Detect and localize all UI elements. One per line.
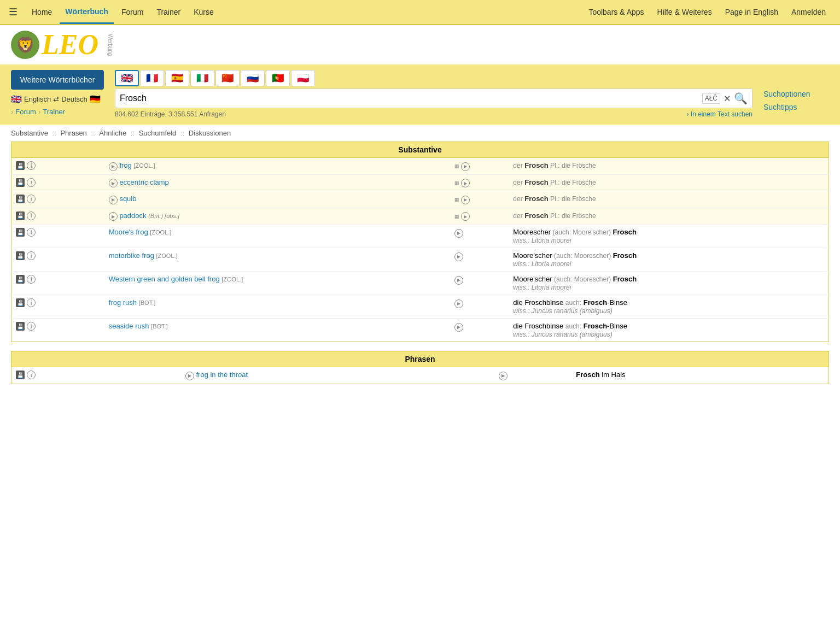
- en-word[interactable]: frog rush: [109, 298, 137, 307]
- save-icon[interactable]: 💾: [16, 322, 25, 331]
- in-text-link[interactable]: In einem Text suchen: [686, 110, 752, 118]
- flag-cn-btn[interactable]: 🇨🇳: [215, 70, 240, 86]
- de-play-icon[interactable]: ▶: [454, 229, 463, 238]
- nav-anmelden[interactable]: Anmelden: [786, 1, 831, 23]
- row-actions: 💾 i: [11, 319, 104, 342]
- en-word[interactable]: squib: [119, 195, 136, 203]
- de-wiss: wiss.: Litoria moorei: [513, 260, 571, 268]
- nav-page-english[interactable]: Page in English: [720, 1, 784, 23]
- info-icon[interactable]: i: [27, 211, 36, 220]
- table-row: 💾 i Western green and golden bell frog […: [11, 272, 829, 295]
- dict-selector-button[interactable]: Weitere Wörterbücher: [11, 70, 104, 90]
- info-icon[interactable]: i: [27, 161, 36, 170]
- logo-text[interactable]: LEO: [42, 31, 98, 59]
- save-icon[interactable]: 💾: [16, 161, 25, 170]
- flag-es-btn[interactable]: 🇪🇸: [165, 70, 189, 86]
- play-icon[interactable]: ▶: [109, 179, 118, 187]
- save-icon[interactable]: 💾: [16, 178, 25, 187]
- de-play-icon[interactable]: ▶: [454, 323, 463, 332]
- save-icon[interactable]: 💾: [16, 275, 25, 284]
- flag-de: 🇩🇪: [90, 94, 101, 104]
- alc-button[interactable]: AŁČ: [702, 93, 720, 104]
- flag-it-btn[interactable]: 🇮🇹: [190, 70, 214, 86]
- de-play-icon[interactable]: ▶: [461, 179, 470, 187]
- de-play-icon[interactable]: ▶: [461, 196, 470, 204]
- en-word[interactable]: Moore's frog: [109, 228, 148, 236]
- en-word[interactable]: motorbike frog: [109, 251, 154, 260]
- dict-trainer-link[interactable]: Trainer: [43, 108, 65, 116]
- de-word[interactable]: Frosch: [524, 195, 548, 203]
- nav-trainer[interactable]: Trainer: [151, 1, 186, 23]
- de-play-icon[interactable]: ▶: [461, 212, 470, 221]
- suchoptionen-link[interactable]: Suchoptionen: [763, 90, 829, 98]
- de-play-icon[interactable]: ▶: [499, 372, 508, 380]
- table-icon[interactable]: ▦: [454, 163, 459, 169]
- de-play-icon[interactable]: ▶: [454, 252, 463, 261]
- info-icon[interactable]: i: [27, 275, 36, 284]
- tab-suchumfeld[interactable]: Suchumfeld: [139, 129, 177, 137]
- info-icon[interactable]: i: [27, 298, 36, 307]
- tab-aehnliche[interactable]: Ähnliche: [99, 129, 126, 137]
- play-icon[interactable]: ▶: [109, 162, 118, 171]
- play-icon[interactable]: ▶: [109, 196, 118, 204]
- nav-home[interactable]: Home: [26, 1, 57, 23]
- info-icon[interactable]: i: [27, 228, 36, 237]
- de-play-icon[interactable]: ▶: [454, 299, 463, 308]
- info-icon[interactable]: i: [27, 251, 36, 260]
- info-icon[interactable]: i: [27, 322, 36, 331]
- table-icon[interactable]: ▦: [454, 180, 459, 186]
- clear-button[interactable]: ✕: [724, 93, 731, 104]
- table-row: 💾 i ▶ frog [ZOOL.]▦ ▶der Frosch Pl.: die…: [11, 158, 829, 175]
- table-row: 💾 i ▶ squib▦ ▶der Frosch Pl.: die Frösch…: [11, 191, 829, 208]
- info-icon[interactable]: i: [27, 195, 36, 203]
- de-cell: der Frosch Pl.: die Frösche: [509, 158, 829, 175]
- en-cell: ▶ frog [ZOOL.]: [104, 158, 450, 175]
- nav-woerterbuch[interactable]: Wörterbuch: [60, 1, 114, 24]
- de-bold: Frosch: [576, 371, 599, 379]
- save-icon[interactable]: 💾: [16, 228, 25, 237]
- table-icon[interactable]: ▦: [454, 214, 459, 219]
- search-input[interactable]: [120, 91, 699, 105]
- play-icon[interactable]: ▶: [185, 372, 194, 380]
- table-icon[interactable]: ▦: [454, 197, 459, 202]
- en-word[interactable]: paddock: [119, 211, 146, 220]
- nav-toolbars[interactable]: Toolbars & Apps: [583, 1, 649, 23]
- save-icon[interactable]: 💾: [16, 371, 25, 379]
- flag-fr-btn[interactable]: 🇫🇷: [140, 70, 164, 86]
- search-button[interactable]: 🔍: [734, 92, 748, 105]
- save-icon[interactable]: 💾: [16, 195, 25, 203]
- flag-pt-btn[interactable]: 🇵🇹: [266, 70, 290, 86]
- tab-substantive[interactable]: Substantive: [11, 129, 48, 137]
- save-icon[interactable]: 💾: [16, 211, 25, 220]
- hamburger-icon[interactable]: ☰: [9, 6, 18, 18]
- en-word[interactable]: frog in the throat: [196, 371, 248, 379]
- save-icon[interactable]: 💾: [16, 251, 25, 260]
- flag-ru-btn[interactable]: 🇷🇺: [241, 70, 265, 86]
- tab-diskussionen[interactable]: Diskussionen: [189, 129, 231, 137]
- de-word[interactable]: Frosch: [524, 161, 548, 169]
- de-word[interactable]: Frosch: [524, 211, 548, 220]
- info-icon[interactable]: i: [27, 178, 36, 187]
- save-icon[interactable]: 💾: [16, 298, 25, 307]
- suchtipps-link[interactable]: Suchtipps: [763, 103, 829, 111]
- info-icon[interactable]: i: [27, 371, 36, 379]
- phrasen-header: Phrasen: [11, 351, 829, 367]
- flag-pl-btn[interactable]: 🇵🇱: [291, 70, 315, 86]
- search-center: 🇬🇧 🇫🇷 🇪🇸 🇮🇹 🇨🇳 🇷🇺 🇵🇹 🇵🇱 AŁČ ✕ 🔍 804.602 …: [115, 70, 752, 118]
- play-icon[interactable]: ▶: [109, 212, 118, 221]
- arrow-icon: ⇄: [53, 95, 59, 103]
- de-word[interactable]: Frosch: [524, 178, 548, 186]
- en-word[interactable]: eccentric clamp: [119, 178, 168, 186]
- en-word[interactable]: seaside rush: [109, 322, 149, 330]
- de-play-icon[interactable]: ▶: [461, 162, 470, 171]
- flag-en-btn[interactable]: 🇬🇧: [115, 70, 139, 86]
- nav-hilfe[interactable]: Hilfe & Weiteres: [652, 1, 718, 23]
- en-word[interactable]: frog: [119, 161, 131, 169]
- dict-forum-link[interactable]: Forum: [15, 108, 36, 116]
- nav-forum[interactable]: Forum: [116, 1, 149, 23]
- tab-phrasen[interactable]: Phrasen: [60, 129, 86, 137]
- de-play-icon[interactable]: ▶: [454, 276, 463, 285]
- en-word[interactable]: Western green and golden bell frog: [109, 275, 220, 283]
- nav-kurse[interactable]: Kurse: [188, 1, 219, 23]
- de-icons-cell: ▶: [450, 248, 509, 272]
